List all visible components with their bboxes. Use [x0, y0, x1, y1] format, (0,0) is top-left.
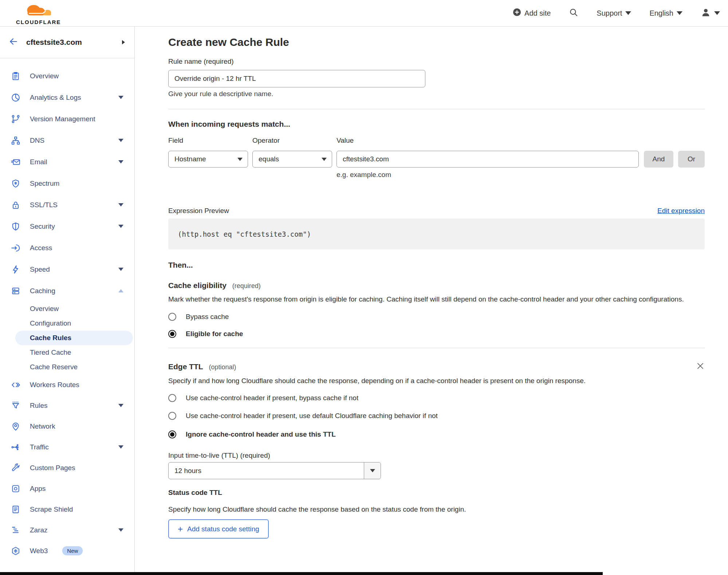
field-label: Field: [168, 136, 252, 145]
eligible-for-cache-option[interactable]: Eligible for cache: [168, 330, 705, 338]
radio-unselected[interactable]: [168, 412, 176, 420]
site-name: cftestsite3.com: [26, 38, 114, 47]
sidebar-item-network[interactable]: Network: [0, 416, 134, 437]
edge-ttl-option-3[interactable]: Ignore cache-control header and use this…: [168, 430, 705, 438]
sidebar-item-label: Scrape Shield: [30, 505, 73, 513]
sidebar-item-label: Workers Routes: [30, 381, 79, 389]
value-input[interactable]: [337, 151, 639, 168]
sidebar-subitem-cache-rules[interactable]: Cache Rules: [15, 331, 133, 345]
or-button[interactable]: Or: [678, 151, 705, 168]
arrow-enter-circle-icon: [11, 243, 20, 253]
sidebar-item-rules[interactable]: Rules: [0, 395, 134, 416]
sidebar-item-scrape-shield[interactable]: Scrape Shield: [0, 499, 134, 520]
chevron-down-icon: [370, 469, 375, 472]
close-icon[interactable]: [695, 361, 706, 372]
sidebar-item-workers-routes[interactable]: Workers Routes: [0, 374, 134, 395]
chevron-down-icon: [118, 268, 123, 271]
edge-ttl-heading-row: Edge TTL (optional): [168, 362, 705, 372]
add-site-label: Add site: [524, 9, 551, 17]
ttl-input-label: Input time-to-live (TTL) (required): [168, 451, 705, 460]
bypass-cache-label: Bypass cache: [186, 313, 229, 321]
sidebar-item-email[interactable]: Email: [0, 151, 134, 173]
add-site-button[interactable]: Add site: [513, 8, 551, 18]
radio-unselected[interactable]: [168, 313, 176, 321]
add-status-code-setting-label: Add status code setting: [187, 525, 259, 533]
match-row: Hostname equals And Or: [168, 151, 705, 168]
sidebar-item-ssl-tls[interactable]: SSL/TLS: [0, 194, 134, 216]
edge-ttl-option-1[interactable]: Use cache-control header if present, byp…: [168, 394, 705, 402]
sidebar-item-label: Overview: [30, 72, 59, 80]
cloudflare-logo[interactable]: CLOUDFLARE: [16, 3, 61, 25]
site-selector[interactable]: cftestsite3.com: [0, 27, 134, 58]
ttl-select-arrow[interactable]: [364, 462, 381, 479]
sidebar-item-label: Network: [30, 422, 55, 430]
code-brackets-icon: [11, 380, 20, 390]
ttl-select[interactable]: 12 hours: [168, 462, 381, 479]
language-menu[interactable]: English: [649, 9, 682, 17]
cache-eligibility-description: Mark whether the request's response from…: [168, 294, 696, 304]
match-heading: When incoming requests match...: [168, 119, 705, 129]
ttl-select-value: 12 hours: [169, 467, 364, 475]
rule-name-input[interactable]: [168, 70, 425, 87]
sidebar-item-access[interactable]: Access: [0, 237, 134, 259]
edge-ttl-option-3-label: Ignore cache-control header and use this…: [186, 430, 336, 438]
share-network-icon: [11, 442, 20, 452]
sidebar-item-analytics-logs[interactable]: Analytics & Logs: [0, 87, 134, 108]
value-help-text: e.g. example.com: [337, 170, 705, 179]
sidebar-item-label: Spectrum: [30, 180, 59, 188]
sidebar-subitem-cache-reserve[interactable]: Cache Reserve: [0, 360, 134, 374]
status-code-ttl-description: Specify how long Cloudflare should cache…: [168, 504, 705, 514]
sidebar-item-spectrum[interactable]: Spectrum: [0, 173, 134, 194]
sidebar-item-speed[interactable]: Speed: [0, 259, 134, 280]
sidebar-item-label: Web3: [30, 547, 48, 555]
radio-unselected[interactable]: [168, 394, 176, 402]
sidebar-subitem-configuration[interactable]: Configuration: [0, 316, 134, 331]
subitem-label: Cache Rules: [30, 334, 71, 342]
sidebar-item-version-management[interactable]: Version Management: [0, 108, 134, 130]
back-arrow-icon[interactable]: [9, 37, 18, 48]
value-label: Value: [337, 136, 354, 145]
expression-code: (http.host eq "cftestsite3.com"): [178, 230, 311, 238]
cloudflare-wordmark: CLOUDFLARE: [16, 19, 61, 25]
sidebar-item-overview[interactable]: Overview: [0, 65, 134, 87]
edit-expression-link[interactable]: Edit expression: [657, 206, 705, 216]
sidebar-nav: Overview Analytics & Logs Version Manage…: [0, 58, 134, 561]
header-actions: Add site Support English: [513, 7, 720, 19]
field-select[interactable]: Hostname: [168, 151, 248, 168]
stacked-bars-icon: [11, 525, 20, 535]
plus-circle-icon: [513, 8, 521, 18]
add-status-code-setting-button[interactable]: + Add status code setting: [168, 519, 269, 539]
operator-label: Operator: [252, 136, 337, 145]
edge-ttl-option-2[interactable]: Use cache-control header if present, use…: [168, 412, 705, 420]
sidebar-item-apps[interactable]: Apps: [0, 478, 134, 499]
envelope-icon: [11, 157, 20, 167]
rule-name-label: Rule name (required): [168, 57, 705, 66]
rule-name-help: Give your rule a descriptive name.: [168, 90, 705, 98]
sidebar-item-dns[interactable]: DNS: [0, 130, 134, 151]
sidebar-item-web3[interactable]: Web3 New: [0, 540, 134, 561]
edge-ttl-option-1-label: Use cache-control header if present, byp…: [186, 394, 358, 402]
sidebar-subitem-tiered-cache[interactable]: Tiered Cache: [0, 345, 134, 360]
support-menu[interactable]: Support: [597, 9, 631, 17]
sidebar-item-security[interactable]: Security: [0, 216, 134, 237]
and-button[interactable]: And: [644, 151, 673, 168]
radio-selected[interactable]: [168, 330, 176, 338]
bypass-cache-option[interactable]: Bypass cache: [168, 313, 705, 321]
sidebar-item-traffic[interactable]: Traffic: [0, 437, 134, 457]
sidebar-item-custom-pages[interactable]: Custom Pages: [0, 457, 134, 478]
sidebar-subitem-caching-overview[interactable]: Overview: [0, 302, 134, 316]
chevron-down-icon: [322, 158, 327, 161]
search-button[interactable]: [569, 8, 578, 19]
radio-selected[interactable]: [168, 430, 176, 438]
edge-ttl-heading: Edge TTL: [168, 362, 203, 371]
section-divider: [168, 348, 705, 348]
eligible-for-cache-label: Eligible for cache: [186, 330, 243, 338]
chevron-down-icon: [118, 139, 123, 142]
sidebar-item-caching[interactable]: Caching: [0, 280, 134, 302]
lightning-icon: [11, 265, 20, 274]
chevron-right-icon[interactable]: [122, 40, 125, 44]
operator-select[interactable]: equals: [252, 151, 332, 168]
account-menu[interactable]: [701, 7, 720, 19]
sidebar-item-zaraz[interactable]: Zaraz: [0, 520, 134, 540]
chevron-down-icon: [118, 445, 123, 449]
